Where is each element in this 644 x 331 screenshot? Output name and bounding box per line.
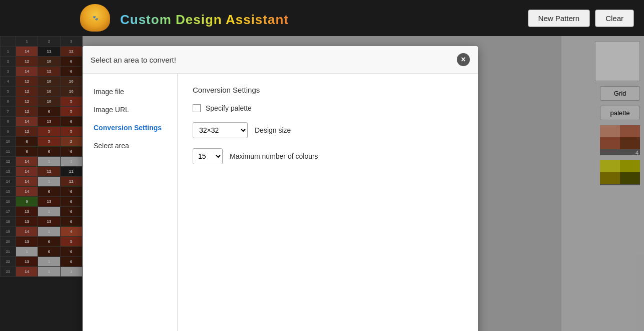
design-size-row: 32×32 64×64 Design size	[193, 122, 463, 138]
specify-palette-label: Specify palette	[206, 104, 252, 112]
modal-overlay: Select an area to convert! × Image file …	[0, 36, 644, 331]
topbar: 🐾 Custom Design Assistant New Pattern Cl…	[0, 0, 644, 36]
modal-header: Select an area to convert! ×	[83, 46, 478, 74]
design-size-select[interactable]: 32×32 64×64	[193, 122, 248, 138]
specify-palette-row: Specify palette	[193, 104, 463, 112]
app-logo: 🐾	[80, 4, 110, 32]
modal: Select an area to convert! × Image file …	[83, 46, 478, 331]
nav-item-image-url[interactable]: Image URL	[88, 102, 172, 118]
nav-item-image-file[interactable]: Image file	[88, 84, 172, 100]
modal-title: Select an area to convert!	[91, 56, 176, 64]
nav-item-conversion-settings[interactable]: Conversion Settings	[88, 120, 172, 136]
modal-close-button[interactable]: ×	[457, 53, 470, 66]
max-colours-label: Maximum number of colours	[230, 152, 318, 160]
modal-body: Image file Image URL Conversion Settings…	[83, 74, 478, 331]
main-area: 1 2 3 1141112212106314126412101051210106…	[0, 36, 644, 331]
modal-content: Conversion Settings Specify palette 32×3…	[178, 74, 478, 331]
max-colours-select[interactable]: 15 14 13 12	[193, 148, 223, 164]
new-pattern-button[interactable]: New Pattern	[528, 10, 590, 27]
clear-button[interactable]: Clear	[595, 10, 634, 27]
design-size-label: Design size	[255, 126, 291, 134]
app-title: Custom Design Assistant	[120, 12, 289, 28]
max-colours-row: 15 14 13 12 Maximum number of colours	[193, 148, 463, 164]
modal-sidebar: Image file Image URL Conversion Settings…	[83, 74, 178, 331]
nav-item-select-area[interactable]: Select area	[88, 138, 172, 154]
section-title: Conversion Settings	[193, 86, 463, 94]
specify-palette-checkbox[interactable]	[193, 104, 201, 112]
